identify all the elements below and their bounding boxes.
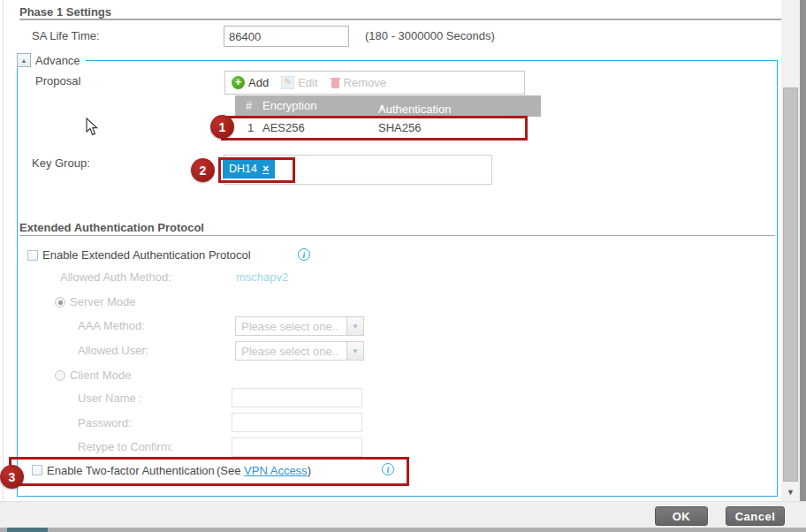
aaa-method-label: AAA Method: [78,319,145,332]
key-group-label: Key Group: [32,156,90,170]
password-input[interactable] [232,413,362,432]
eap-info-icon[interactable]: i [298,248,310,261]
dialog-left-edge [3,0,4,528]
allowed-user-value: Please select one.. [241,345,338,358]
eap-title: Extended Authentication Protocol [19,221,204,234]
chevron-up-icon: ▲ [21,57,27,64]
scroll-down-arrow-icon[interactable]: ▼ [783,485,798,499]
proposal-label: Proposal [35,74,80,87]
eap-divider [19,235,775,236]
annotation-badge-2: 2 [191,158,215,182]
col-num: # [246,99,252,112]
remove-label: Remove [344,76,386,89]
enable-eap-checkbox[interactable] [27,250,38,261]
advance-label[interactable]: Advance [35,54,80,67]
proposal-toolbar: + Add ✎ Edit Remove [224,71,525,95]
window-bottom-edge [0,528,806,532]
dropdown-arrow-icon: ▼ [346,317,363,335]
annotation-badge-1: 1 [210,115,234,139]
mouse-cursor-icon [86,118,99,136]
title-divider [19,19,781,20]
client-mode-radio[interactable] [55,370,65,381]
add-icon: + [232,76,245,89]
proposal-table-header: # Encryption Authentication ▲ [235,95,541,117]
sa-life-time-label: SA Life Time: [32,29,100,42]
edit-pencil-icon: ✎ [281,76,294,89]
page-title: Phase 1 Settings [19,5,111,19]
ok-button[interactable]: OK [655,506,708,526]
server-mode-radio[interactable] [55,297,65,308]
aaa-method-select[interactable]: Please select one.. ▼ [235,316,364,336]
col-encryption[interactable]: Encryption [262,99,316,112]
window-right-edge [800,0,806,510]
enable-eap-label: Enable Extended Authentication Protocol [42,248,251,262]
edit-label: Edit [298,76,317,89]
vertical-scrollbar[interactable] [781,0,800,501]
add-button[interactable]: + Add [232,76,269,89]
dialog-footer: OK Cancel [0,501,806,528]
scrollbar-thumb[interactable] [783,87,798,482]
remove-button[interactable]: Remove [331,76,386,89]
server-mode-label: Server Mode [70,295,135,308]
bottom-scroll-fragment [7,528,48,532]
cancel-button[interactable]: Cancel [726,506,785,526]
client-mode-label: Client Mode [70,369,131,382]
trash-icon [331,77,340,88]
sa-life-time-input[interactable] [224,26,349,47]
user-name-label: User Name : [78,391,142,405]
allowed-user-select[interactable]: Please select one.. ▼ [235,341,364,361]
allowed-auth-method-label: Allowed Auth Method: [60,270,171,284]
password-label: Password: [78,416,132,429]
dropdown-arrow-icon: ▼ [346,342,363,360]
sa-life-time-hint: (180 - 3000000 Seconds) [365,29,495,42]
add-label: Add [248,76,269,89]
allowed-auth-method-value: mschapv2 [236,270,288,284]
user-name-input[interactable] [232,388,362,407]
advance-header: ▲ Advance [15,52,86,68]
retype-label: Retype to Confirm: [78,440,173,453]
phase1-settings-dialog: Phase 1 Settings SA Life Time: (180 - 30… [0,0,806,532]
annotation-box-3 [9,457,409,486]
annotation-badge-3: 3 [0,465,24,489]
sort-ascending-icon: ▲ [378,103,385,110]
retype-input[interactable] [232,437,362,457]
edit-button[interactable]: ✎ Edit [281,76,317,89]
aaa-method-value: Please select one.. [241,320,338,333]
annotation-box-2 [218,157,295,183]
allowed-user-label: Allowed User: [78,344,148,357]
collapse-advance-button[interactable]: ▲ [17,53,31,67]
annotation-box-1 [221,116,528,141]
